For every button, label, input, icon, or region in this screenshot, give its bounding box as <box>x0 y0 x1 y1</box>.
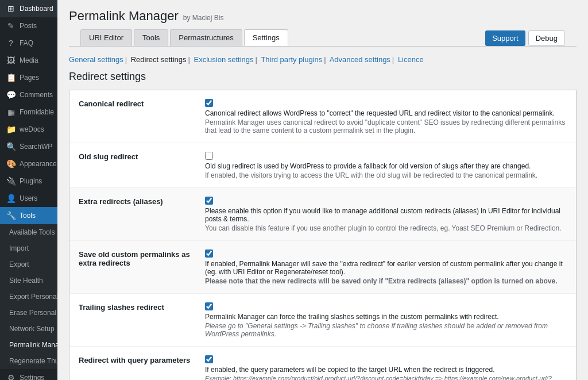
checkbox-save-old-custom[interactable] <box>205 250 213 258</box>
desc-old-slug-sub: If enabled, the visitors trying to acces… <box>205 171 567 179</box>
nav-tabs: URI Editor Tools Permastructures Setting… <box>80 29 290 46</box>
sidebar-item-posts[interactable]: ✎ Posts <box>0 17 57 34</box>
tab-uri-editor[interactable]: URI Editor <box>80 29 132 46</box>
subnav-general[interactable]: General settings <box>69 55 123 64</box>
media-icon: 🖼 <box>6 56 16 65</box>
checkbox-extra-redirects[interactable] <box>205 197 213 205</box>
sidebar-item-label: Plugins <box>20 177 42 185</box>
sidebar-item-label: FAQ <box>20 39 33 47</box>
formidable-icon: ▦ <box>6 108 16 117</box>
desc-save-old-custom-sub: Please note that the new redirects will … <box>205 277 567 285</box>
desc-old-slug-main: Old slug redirect is used by WordPress t… <box>205 162 567 170</box>
checkbox-row-save-old-custom <box>205 249 567 258</box>
dashboard-icon: ⊞ <box>6 4 16 13</box>
subnav-exclusion[interactable]: Exclusion settings <box>194 55 254 64</box>
sidebar-item-pages[interactable]: 📋 Pages <box>0 69 57 86</box>
desc-redirect-query-sub: Example: https://example.com/product/old… <box>205 375 567 380</box>
sidebar-item-faq[interactable]: ? FAQ <box>0 34 57 52</box>
page-subtitle: by Maciej Bis <box>183 14 224 22</box>
sidebar-item-available-tools[interactable]: Available Tools <box>0 224 57 240</box>
title-row: Permalink Manager by Maciej Bis <box>69 9 577 24</box>
checkbox-trailing-slashes[interactable] <box>205 302 213 310</box>
sidebar-item-label: Export <box>9 260 29 268</box>
sidebar-item-comments[interactable]: 💬 Comments <box>0 86 57 103</box>
sidebar-item-wedocs[interactable]: 📁 weDocs <box>0 121 57 138</box>
setting-content-canonical: Canonical redirect allows WordPress to "… <box>205 98 567 135</box>
subnav-advanced[interactable]: Advanced settings <box>330 55 390 64</box>
tools-icon: 🔧 <box>6 211 16 220</box>
sidebar-item-network-setup[interactable]: Network Setup <box>0 321 57 337</box>
setting-content-save-old-custom: If enabled, Permalink Manager will save … <box>205 249 567 285</box>
sidebar-item-label: Import <box>9 244 29 252</box>
subnav-redirect: Redirect settings <box>131 55 187 64</box>
settings-card: Canonical redirect Canonical redirect al… <box>69 90 577 380</box>
setting-label-redirect-query: Redirect with query parameters <box>79 355 205 364</box>
sidebar-item-plugins[interactable]: 🔌 Plugins <box>0 172 57 190</box>
sidebar-item-label: Export Personal Data <box>9 293 57 301</box>
sidebar-item-label: Permalink Manager <box>9 341 57 349</box>
checkbox-redirect-query[interactable] <box>205 355 213 363</box>
setting-label-extra-redirects: Extra redirects (aliases) <box>79 196 205 206</box>
setting-row-canonical: Canonical redirect Canonical redirect al… <box>69 90 576 143</box>
sidebar-item-label: Regenerate Thumbnails <box>9 357 57 365</box>
sidebar-item-label: Site Health <box>9 277 43 285</box>
faq-icon: ? <box>6 39 16 48</box>
setting-content-extra-redirects: Please enable this option if you would l… <box>205 196 567 232</box>
setting-row-save-old-custom: Save old custom permalinks as extra redi… <box>69 241 576 294</box>
setting-label-canonical: Canonical redirect <box>79 98 205 108</box>
sidebar-item-label: Network Setup <box>9 325 55 333</box>
sidebar-item-erase-personal[interactable]: Erase Personal Data <box>0 305 57 321</box>
subnav-third-party[interactable]: Third party plugins <box>261 55 322 64</box>
sub-nav: General settings| Redirect settings| Exc… <box>69 55 577 64</box>
setting-row-redirect-query: Redirect with query parameters If enable… <box>69 347 576 380</box>
sidebar-item-export[interactable]: Export <box>0 256 57 272</box>
sidebar-item-dashboard[interactable]: ⊞ Dashboard <box>0 0 57 17</box>
sidebar-item-formidable[interactable]: ▦ Formidable <box>0 103 57 121</box>
sidebar-item-label: Comments <box>20 91 53 99</box>
plugins-icon: 🔌 <box>6 176 16 186</box>
sidebar-item-label: Erase Personal Data <box>9 309 57 317</box>
desc-extra-redirects-sub: You can disable this feature if you use … <box>205 224 567 232</box>
sidebar-item-label: Settings <box>20 374 44 380</box>
desc-canonical-sub: Permalink Manager uses canonical redirec… <box>205 118 567 135</box>
nav-tabs-row: URI Editor Tools Permastructures Setting… <box>69 29 577 47</box>
sidebar-item-label: Available Tools <box>9 228 55 236</box>
posts-icon: ✎ <box>6 21 16 30</box>
sidebar-item-label: weDocs <box>20 125 44 133</box>
tab-settings[interactable]: Settings <box>244 29 288 46</box>
sidebar: ⊞ Dashboard ✎ Posts ? FAQ 🖼 Media 📋 Page… <box>0 0 57 380</box>
debug-button[interactable]: Debug <box>528 30 565 46</box>
setting-label-trailing-slashes: Trailing slashes redirect <box>79 302 205 312</box>
desc-redirect-query-main: If enabled, the query parameters will be… <box>205 366 567 374</box>
sidebar-item-site-health[interactable]: Site Health <box>0 272 57 289</box>
page-header: Permalink Manager by Maciej Bis URI Edit… <box>57 0 588 47</box>
desc-trailing-slashes-main: Permalink Manager can force the trailing… <box>205 313 567 321</box>
setting-content-trailing-slashes: Permalink Manager can force the trailing… <box>205 302 567 338</box>
sidebar-item-permalink-manager[interactable]: Permalink Manager <box>0 337 57 353</box>
sidebar-item-users[interactable]: 👤 Users <box>0 190 57 207</box>
support-button[interactable]: Support <box>485 30 525 46</box>
main-content: Permalink Manager by Maciej Bis URI Edit… <box>57 0 588 380</box>
sidebar-item-searchwp[interactable]: 🔍 SearchWP <box>0 138 57 155</box>
checkbox-old-slug[interactable] <box>205 152 213 160</box>
sidebar-item-regenerate-thumbnails[interactable]: Regenerate Thumbnails <box>0 353 57 369</box>
sidebar-item-import[interactable]: Import <box>0 240 57 256</box>
subnav-licence[interactable]: Licence <box>398 55 424 64</box>
setting-row-extra-redirects: Extra redirects (aliases) Please enable … <box>69 188 576 241</box>
checkbox-row-old-slug <box>205 151 567 160</box>
sidebar-item-label: Formidable <box>20 108 54 116</box>
sidebar-item-tools[interactable]: 🔧 Tools <box>0 207 57 224</box>
sidebar-item-settings[interactable]: ⚙ Settings <box>0 369 57 380</box>
tab-permastructures[interactable]: Permastructures <box>170 29 242 46</box>
section-title: Redirect settings <box>69 71 577 83</box>
setting-label-save-old-custom: Save old custom permalinks as extra redi… <box>79 249 205 267</box>
desc-canonical-main: Canonical redirect allows WordPress to "… <box>205 109 567 117</box>
header-actions: Support Debug <box>485 30 565 46</box>
sidebar-item-media[interactable]: 🖼 Media <box>0 52 57 69</box>
page-title: Permalink Manager <box>69 9 179 24</box>
checkbox-canonical[interactable] <box>205 99 213 107</box>
tab-tools[interactable]: Tools <box>134 29 168 46</box>
sidebar-item-label: Posts <box>20 22 37 30</box>
sidebar-item-appearance[interactable]: 🎨 Appearance <box>0 155 57 172</box>
sidebar-item-export-personal[interactable]: Export Personal Data <box>0 289 57 305</box>
